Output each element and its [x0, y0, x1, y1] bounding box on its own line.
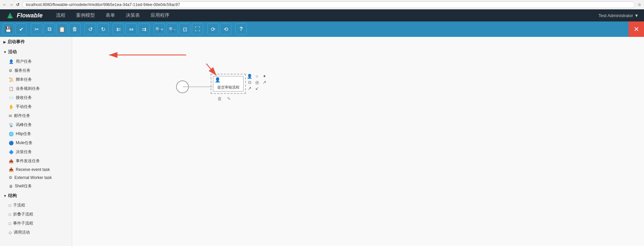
undo-button[interactable]: ↺ [85, 23, 96, 35]
refresh-icon[interactable]: ↺ [16, 2, 19, 7]
help-button[interactable]: ? [235, 23, 247, 35]
receive-task-icon: 📨 [9, 96, 14, 100]
url-bar: ← → ↺ ☆ [0, 0, 644, 9]
business-rule-icon: 📋 [9, 86, 14, 91]
camel-task-label: 讯峰任务 [16, 122, 32, 128]
collapsed-subprocess-icon: □ [9, 212, 11, 217]
delete-button[interactable]: 🗑 [69, 23, 80, 35]
structure-label: 结构 [8, 193, 17, 199]
align-right-button[interactable]: ⇉ [138, 23, 150, 35]
delete-task-icon[interactable]: 🗑 [216, 96, 222, 102]
nav-decision[interactable]: 决策表 [126, 10, 140, 21]
arrows-svg [72, 37, 644, 246]
url-input[interactable] [22, 1, 635, 8]
sidebar-item-shell-task[interactable]: 🖥 Shell任务 [0, 182, 72, 191]
sidebar-item-external-worker-task[interactable]: ⚙ External Worker task [0, 174, 72, 182]
zoom-out-button[interactable]: 🔍- [166, 23, 178, 35]
action-gear-icon[interactable]: ✦ [261, 73, 267, 79]
sidebar-item-mail-task[interactable]: ✉ 邮件任务 [0, 111, 72, 120]
node-action-row-1: 👤 ○ ✦ [247, 73, 267, 79]
business-rule-label: 业务规则任务 [16, 86, 40, 91]
align-left-button[interactable]: ⇇ [113, 23, 124, 35]
task-user-icon: 👤 [215, 77, 220, 82]
service-task-label: 服务任务 [14, 68, 31, 73]
sidebar-item-receive-task[interactable]: 📨 接收任务 [0, 93, 72, 102]
action-shrink-icon[interactable]: ↙ [254, 85, 260, 91]
nav-app[interactable]: 应用程序 [151, 10, 169, 21]
sidebar-item-mule-task[interactable]: 🔵 Mule任务 [0, 138, 72, 147]
nav-form[interactable]: 表单 [106, 10, 115, 21]
bookmark-icon[interactable]: ☆ [638, 2, 641, 7]
sidebar-item-business-rule-task[interactable]: 📋 业务规则任务 [0, 84, 72, 93]
section-structure[interactable]: ▼ 结构 [0, 191, 72, 201]
collapsed-subprocess-label: 折叠子流程 [13, 211, 33, 217]
copy-button[interactable]: ⧉ [44, 23, 55, 35]
close-button[interactable]: ✕ [629, 21, 644, 37]
toolbar: 💾 ✔ ✂ ⧉ 📋 🗑 ↺ ↻ ⇇ ⇔ ⇉ 🔍+ 🔍- ⊡ ⛶ ⟳ ⟲ ? ✕ [0, 21, 644, 37]
sidebar-item-manual-task[interactable]: ✋ 手动任务 [0, 102, 72, 111]
action-ring-icon[interactable]: ◎ [254, 79, 260, 85]
action-cog-icon[interactable]: ⊙ [247, 79, 253, 85]
manual-task-label: 手动任务 [16, 104, 32, 110]
user-task-label: 用户任务 [16, 59, 32, 64]
nav-case[interactable]: 案例模型 [76, 10, 95, 21]
nav-flow[interactable]: 流程 [56, 10, 65, 21]
forward-icon[interactable]: → [9, 2, 13, 7]
sidebar-item-service-task[interactable]: ⚙ 服务任务 [0, 66, 72, 75]
node-actions: 👤 ○ ✦ ⊙ ◎ ↗ ↗ ↙ [247, 73, 267, 91]
script-task-icon: 📜 [9, 77, 14, 82]
task-node-container[interactable]: 👤 提交审核流程 [211, 74, 246, 94]
flow1-button[interactable]: ⟳ [207, 23, 219, 35]
cut-button[interactable]: ✂ [31, 23, 42, 35]
paste-button[interactable]: 📋 [56, 23, 68, 35]
subprocess-label: 子流程 [13, 202, 25, 208]
section-start-event[interactable]: ▶ 启动事件 [0, 37, 72, 47]
manual-task-icon: ✋ [9, 105, 14, 109]
event-send-icon: 📤 [9, 159, 14, 164]
sidebar-item-event-subprocess[interactable]: □ 事件子流程 [0, 219, 72, 228]
sidebar-item-collapsed-subprocess[interactable]: □ 折叠子流程 [0, 210, 72, 219]
sidebar-item-call-activity[interactable]: ◇ 调用活动 [0, 228, 72, 237]
mule-task-label: Mule任务 [16, 140, 33, 146]
fullscreen-button[interactable]: ⛶ [192, 23, 203, 35]
mule-task-icon: 🔵 [9, 141, 14, 145]
sidebar-item-subprocess[interactable]: □ 子流程 [0, 201, 72, 210]
task-node-inner: 👤 提交审核流程 [213, 76, 244, 91]
action-circle-icon[interactable]: ○ [254, 73, 260, 79]
start-event-arrow: ▶ [3, 40, 6, 44]
sidebar-item-script-task[interactable]: 📜 脚本任务 [0, 75, 72, 84]
sidebar: ▶ 启动事件 ▼ 活动 👤 用户任务 ⚙ 服务任务 📜 脚本任务 📋 业务规则任… [0, 37, 72, 246]
sidebar-item-http-task[interactable]: 🌐 Http任务 [0, 129, 72, 138]
structure-arrow: ▼ [3, 194, 7, 198]
action-arrow-icon[interactable]: ↗ [261, 79, 267, 85]
external-worker-label: External Worker task [14, 175, 52, 180]
task-node-label: 提交审核流程 [213, 83, 243, 91]
action-person-icon[interactable]: 👤 [247, 73, 253, 79]
redo-button[interactable]: ↻ [97, 23, 109, 35]
section-activity[interactable]: ▼ 活动 [0, 47, 72, 57]
sidebar-item-decision-task[interactable]: 🔷 决策任务 [0, 147, 72, 157]
http-task-icon: 🌐 [9, 132, 14, 136]
receive-task-label: 接收任务 [16, 95, 32, 101]
flow2-button[interactable]: ⟲ [220, 23, 231, 35]
user-menu[interactable]: Test Administrator ▼ [598, 13, 639, 18]
sidebar-item-camel-task[interactable]: 📡 讯峰任务 [0, 120, 72, 129]
receive-event-icon: 📥 [9, 167, 14, 172]
fit-button[interactable]: ⊡ [179, 23, 191, 35]
validate-button[interactable]: ✔ [15, 23, 27, 35]
save-button[interactable]: 💾 [3, 23, 14, 35]
activity-label: 活动 [8, 49, 17, 55]
mail-task-label: 邮件任务 [14, 113, 30, 119]
action-expand-icon[interactable]: ↗ [247, 85, 253, 91]
top-nav: Flowable 流程 案例模型 表单 决策表 应用程序 Test Admini… [0, 9, 644, 21]
zoom-in-button[interactable]: 🔍+ [154, 23, 165, 35]
start-event-shape[interactable] [176, 80, 189, 93]
back-icon[interactable]: ← [3, 2, 7, 7]
sidebar-item-receive-event-task[interactable]: 📥 Receive event task [0, 166, 72, 174]
sidebar-item-user-task[interactable]: 👤 用户任务 [0, 57, 72, 66]
decision-task-icon: 🔷 [9, 150, 14, 155]
align-center-button[interactable]: ⇔ [125, 23, 137, 35]
receive-event-label: Receive event task [16, 167, 50, 172]
edit-task-icon[interactable]: ✎ [226, 96, 232, 102]
sidebar-item-event-send-task[interactable]: 📤 事件发送任务 [0, 157, 72, 166]
